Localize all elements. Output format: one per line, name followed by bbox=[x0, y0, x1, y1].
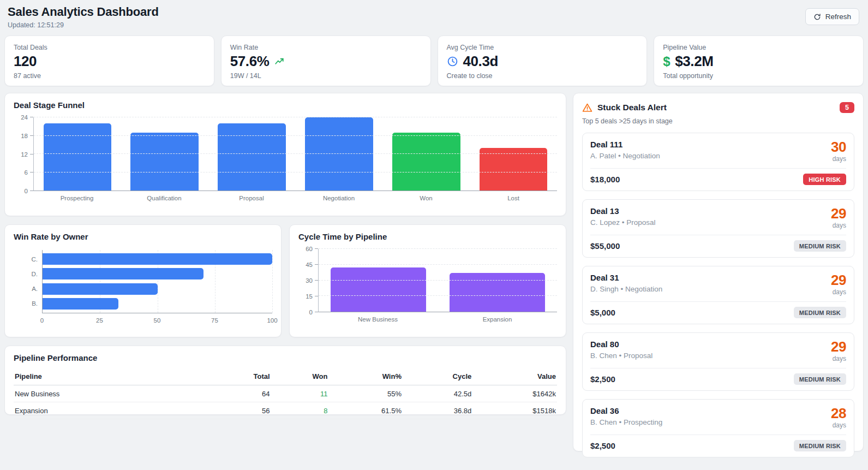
deal-value: $2,500 bbox=[590, 374, 615, 384]
deal-identity: Deal 36 B. Chen • Prospecting bbox=[590, 406, 662, 426]
y-tick-label: 0 bbox=[25, 188, 28, 194]
y-tick-label: 6 bbox=[25, 169, 28, 176]
deal-value: $55,000 bbox=[590, 241, 620, 251]
trend-up-icon bbox=[274, 57, 285, 67]
kpi-label: Win Rate bbox=[230, 44, 422, 51]
deal-days-count: 29 bbox=[831, 340, 846, 354]
bar-lost bbox=[480, 148, 548, 191]
x-tick-label: 75 bbox=[211, 317, 218, 324]
clock-icon bbox=[447, 56, 458, 67]
x-tick-label: Expansion bbox=[438, 316, 557, 323]
deal-id: Deal 36 bbox=[590, 406, 662, 415]
table-cell: 55% bbox=[328, 385, 403, 402]
stuck-deal-card[interactable]: Deal 80 B. Chen • Proposal 29 days $2,50… bbox=[582, 332, 854, 391]
table-cell: 61.5% bbox=[328, 402, 403, 419]
kpi-value: 120 bbox=[14, 54, 37, 69]
table-cell: 42.5d bbox=[403, 385, 472, 402]
deal-identity: Deal 13 C. Lopez • Proposal bbox=[590, 206, 656, 227]
bar-new-business bbox=[331, 267, 426, 312]
kpi-value: $3.2M bbox=[675, 54, 713, 69]
bar-negotiation bbox=[305, 117, 373, 191]
stuck-deal-card[interactable]: Deal 111 A. Patel • Negotiation 30 days … bbox=[582, 133, 854, 191]
table-cell: 8 bbox=[271, 402, 329, 419]
y-tick-label: 60 bbox=[306, 246, 313, 252]
cycle-time-by-pipeline-card: Cycle Time by Pipeline 015304560New Busi… bbox=[289, 224, 566, 337]
y-tick-label: 0 bbox=[309, 309, 313, 316]
stuck-deal-card[interactable]: Deal 31 D. Singh • Negotiation 29 days $… bbox=[582, 266, 854, 324]
stuck-deal-card[interactable]: Deal 13 C. Lopez • Proposal 29 days $55,… bbox=[582, 199, 854, 258]
pipeline-performance-table: Pipeline Total Won Win% Cycle Value New … bbox=[14, 368, 557, 419]
deal-id: Deal 111 bbox=[590, 140, 660, 149]
table-cell: $1518k bbox=[472, 402, 557, 419]
kpi-sub: 19W / 14L bbox=[230, 72, 422, 80]
col-value: Value bbox=[472, 368, 557, 385]
win-rate-by-owner-card: Win Rate by Owner C.D.A.B.0255075100 bbox=[4, 224, 282, 337]
x-tick-label: Proposal bbox=[208, 195, 295, 201]
y-tick-label: C. bbox=[32, 256, 38, 263]
deal-top-row: Deal 36 B. Chen • Prospecting 28 days bbox=[590, 406, 846, 429]
bar-won bbox=[392, 133, 460, 191]
deal-top-row: Deal 80 B. Chen • Proposal 29 days bbox=[590, 340, 846, 362]
y-tick-label: 24 bbox=[21, 114, 28, 121]
deal-days-wrap: 28 days bbox=[831, 406, 846, 429]
deal-id: Deal 80 bbox=[590, 340, 653, 349]
main-grid: Deal Stage Funnel 06121824ProspectingQua… bbox=[4, 93, 864, 451]
page-title: Sales Analytics Dashboard bbox=[8, 5, 159, 19]
pipeline-performance-card: Pipeline Performance Pipeline Total Won … bbox=[4, 346, 566, 415]
deal-days-count: 30 bbox=[831, 140, 846, 154]
deal-days-label: days bbox=[831, 421, 846, 429]
table-cell: 64 bbox=[209, 385, 271, 402]
kpi-label: Pipeline Value bbox=[663, 44, 854, 51]
deal-risk-badge: MEDIUM RISK bbox=[794, 307, 846, 318]
x-tick-label: Won bbox=[382, 195, 470, 201]
bar-d. bbox=[43, 268, 203, 279]
deal-days-count: 29 bbox=[831, 273, 846, 287]
updated-timestamp: Updated: 12:51:29 bbox=[8, 21, 159, 29]
left-column: Deal Stage Funnel 06121824ProspectingQua… bbox=[4, 93, 566, 415]
stuck-deal-card[interactable]: Deal 36 B. Chen • Prospecting 28 days $2… bbox=[582, 399, 854, 457]
table-cell: 11 bbox=[271, 385, 329, 402]
deal-id: Deal 31 bbox=[590, 273, 662, 282]
deal-owner-stage: C. Lopez • Proposal bbox=[590, 218, 656, 227]
y-tick-label: 18 bbox=[21, 133, 28, 139]
y-tick-label: 30 bbox=[306, 277, 313, 284]
x-tick-label: 100 bbox=[267, 317, 277, 324]
header-text: Sales Analytics Dashboard Updated: 12:51… bbox=[8, 5, 159, 29]
table-cell: 56 bbox=[209, 402, 271, 419]
kpi-sub: Total opportunity bbox=[663, 72, 854, 80]
kpi-value: 40.3d bbox=[463, 54, 499, 69]
deal-value: $18,000 bbox=[590, 175, 620, 184]
kpi-win-rate: Win Rate 57.6% 19W / 14L bbox=[221, 35, 431, 86]
x-tick-label: Lost bbox=[470, 195, 557, 201]
x-tick-label: Qualification bbox=[121, 195, 208, 201]
deal-days-wrap: 29 days bbox=[831, 206, 846, 229]
deal-identity: Deal 111 A. Patel • Negotiation bbox=[590, 140, 660, 160]
y-tick-label: 15 bbox=[306, 293, 313, 300]
kpi-avg-cycle-time: Avg Cycle Time 40.3d Create to close bbox=[438, 35, 648, 86]
warning-icon bbox=[582, 103, 592, 113]
refresh-label: Refresh bbox=[825, 13, 851, 21]
x-tick-label: Prospecting bbox=[33, 195, 121, 201]
deal-top-row: Deal 13 C. Lopez • Proposal 29 days bbox=[590, 206, 846, 229]
cycle-time-by-pipeline-chart: 015304560New BusinessExpansion bbox=[298, 249, 557, 323]
deal-bottom-row: $18,000 HIGH RISK bbox=[590, 168, 846, 185]
deal-days-label: days bbox=[831, 222, 846, 229]
deal-owner-stage: D. Singh • Negotiation bbox=[590, 285, 662, 293]
stuck-deals-header: Stuck Deals Alert 5 bbox=[582, 102, 854, 113]
header: Sales Analytics Dashboard Updated: 12:51… bbox=[4, 0, 864, 35]
table-row: Expansion56861.5%36.8d$1518k bbox=[14, 402, 557, 419]
x-tick-label: 50 bbox=[154, 317, 161, 324]
table-cell: $1642k bbox=[472, 385, 557, 402]
col-winpct: Win% bbox=[328, 368, 403, 385]
x-tick-label: Negotiation bbox=[295, 195, 382, 201]
bar-expansion bbox=[450, 273, 545, 312]
x-tick-label: 25 bbox=[96, 317, 103, 324]
deal-stage-funnel-chart: 06121824ProspectingQualificationProposal… bbox=[14, 117, 557, 201]
dashboard-page: Sales Analytics Dashboard Updated: 12:51… bbox=[0, 0, 868, 451]
deal-risk-badge: MEDIUM RISK bbox=[794, 240, 846, 252]
refresh-button[interactable]: Refresh bbox=[805, 8, 859, 25]
y-tick-label: B. bbox=[32, 300, 38, 307]
deal-days-wrap: 29 days bbox=[831, 340, 846, 362]
y-tick-label: D. bbox=[32, 271, 38, 277]
y-tick-label: 45 bbox=[306, 261, 313, 268]
